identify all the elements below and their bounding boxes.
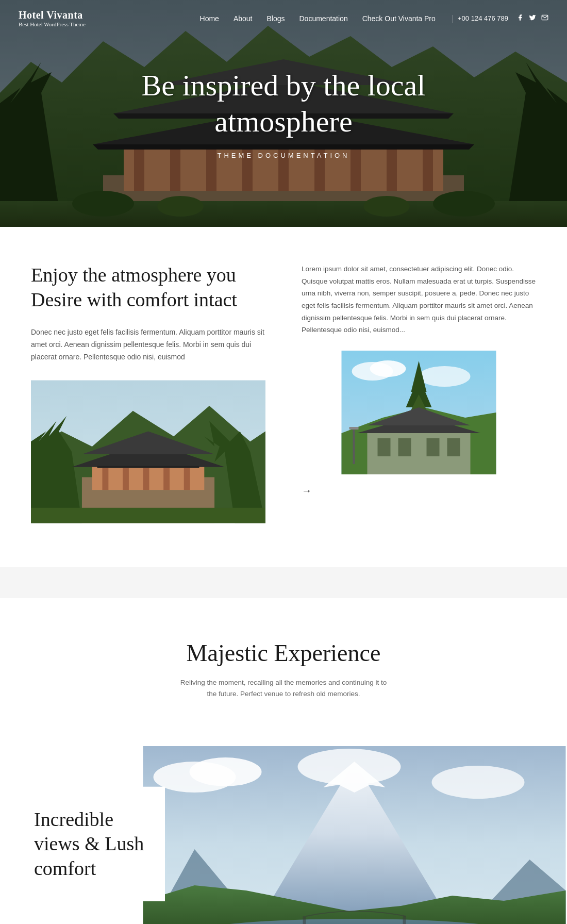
svg-rect-71 <box>403 916 406 924</box>
hero-title: Be inspired by the local atmosphere <box>103 68 464 139</box>
col-right: Lorem ipsum dolor sit amet, consectetuer… <box>291 263 536 526</box>
about-section: Enjoy the atmosphere you Desire with com… <box>0 227 567 567</box>
brand-name: Hotel Vivanta <box>19 9 86 21</box>
hero-subtitle: THEME DOCUMENTATION <box>217 152 349 159</box>
nav-blogs[interactable]: Blogs <box>266 14 285 23</box>
svg-rect-53 <box>398 438 411 456</box>
svg-rect-55 <box>447 438 460 456</box>
section-body-left: Donec nec justo eget felis facilisis fer… <box>31 326 265 363</box>
section-heading: Enjoy the atmosphere you Desire with com… <box>31 263 265 312</box>
header-divider: | <box>452 14 454 23</box>
svg-rect-34 <box>123 468 129 490</box>
social-icons <box>516 14 548 23</box>
svg-rect-38 <box>31 508 265 523</box>
incredible-text-box: Incredible views & Lush comfort <box>15 786 165 901</box>
svg-point-43 <box>419 366 471 387</box>
nav-documentation[interactable]: Documentation <box>299 14 348 23</box>
nav-home[interactable]: Home <box>200 14 219 23</box>
svg-rect-54 <box>427 438 440 456</box>
svg-rect-56 <box>353 428 355 464</box>
majestic-title: Majestic Experience <box>31 639 536 667</box>
nav-checkout[interactable]: Check Out Vivanta Pro <box>362 14 436 23</box>
svg-rect-36 <box>163 468 170 490</box>
nav-about[interactable]: About <box>234 14 253 23</box>
temple-image-right <box>302 351 536 474</box>
email-icon[interactable] <box>541 14 548 23</box>
col-left: Enjoy the atmosphere you Desire with com… <box>31 263 291 526</box>
svg-rect-52 <box>378 438 391 456</box>
section-body-right: Lorem ipsum dolor sit amet, consectetuer… <box>302 263 536 336</box>
temple-image-left <box>31 380 265 526</box>
svg-point-62 <box>432 766 525 799</box>
phone-number: +00 124 476 789 <box>458 14 508 22</box>
svg-rect-37 <box>184 468 190 490</box>
main-nav: Home About Blogs Documentation Check Out… <box>200 14 436 23</box>
arrow-link[interactable]: → <box>302 485 312 497</box>
svg-rect-33 <box>102 468 108 490</box>
facebook-icon[interactable] <box>516 14 524 23</box>
svg-rect-35 <box>143 468 149 490</box>
svg-rect-70 <box>303 916 306 924</box>
majestic-section: Majestic Experience Reliving the moment,… <box>0 598 567 725</box>
svg-rect-39 <box>97 466 199 468</box>
section-divider <box>0 567 567 598</box>
mountain-bg <box>142 746 567 924</box>
brand: Hotel Vivanta Best Hotel WordPress Theme <box>19 9 86 27</box>
twitter-icon[interactable] <box>529 14 536 23</box>
incredible-title: Incredible views & Lush comfort <box>34 807 146 881</box>
incredible-section: Incredible views & Lush comfort <box>0 746 567 924</box>
svg-point-60 <box>190 757 262 786</box>
brand-tagline: Best Hotel WordPress Theme <box>19 21 86 27</box>
majestic-subtitle: Reliving the moment, recalling all the m… <box>175 677 392 699</box>
svg-rect-57 <box>349 427 359 430</box>
svg-point-42 <box>370 360 406 377</box>
